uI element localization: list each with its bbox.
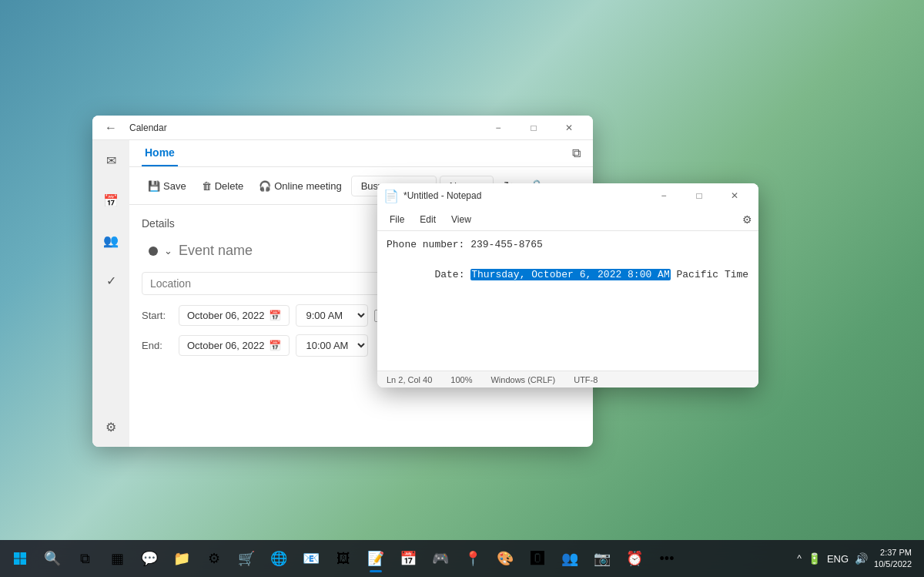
svg-rect-0 [14, 552, 20, 559]
calendar-window-title: Calendar [129, 122, 480, 133]
widgets-icon[interactable]: ▦ [102, 543, 132, 574]
sidebar-item-mail[interactable]: ✉ [97, 146, 125, 174]
notepad-title: *Untitled - Notepad [403, 190, 646, 201]
teams-icon[interactable]: 💬 [134, 543, 165, 574]
notepad-edit-menu[interactable]: Edit [413, 211, 442, 228]
line2-highlighted: Thursday, October 6, 2022 8:00 AM [470, 269, 670, 280]
sidebar-item-calendar[interactable]: 📅 [97, 186, 125, 214]
camera-icon[interactable]: 📷 [587, 543, 618, 574]
notepad-window: 📄 *Untitled - Notepad − □ ✕ File Edit Vi… [377, 183, 758, 387]
maximize-button[interactable]: □ [516, 116, 551, 140]
sidebar-item-settings[interactable]: ⚙ [97, 413, 125, 441]
notepad-menubar: File Edit View ⚙ [377, 208, 758, 231]
taskbar-icons: 🔍 ⧉ ▦ 💬 📁 ⚙ 🛒 🌐 📧 🖼 📝 📅 🎮 📍 🎨 🅾 👥 📷 ⏰ ••… [37, 543, 797, 574]
online-meeting-button[interactable]: 🎧 Online meeting [253, 177, 347, 195]
svg-rect-2 [14, 559, 20, 565]
notepad-line1: Phone number: 239-455-8765 [387, 237, 749, 253]
svg-rect-1 [21, 552, 27, 559]
notepad-content[interactable]: Phone number: 239-455-8765 Date: Thursda… [377, 231, 758, 371]
maps-icon[interactable]: 📍 [457, 543, 488, 574]
tab-actions: ⧉ [572, 146, 581, 166]
notepad-taskbar-icon[interactable]: 📝 [360, 543, 391, 574]
save-button[interactable]: 💾 Save [142, 177, 192, 195]
line2-prefix: Date: [434, 269, 470, 280]
calendar-icon: 📅 [269, 310, 281, 321]
end-label: End: [142, 340, 172, 351]
notepad-window-controls: − □ ✕ [646, 183, 752, 208]
xbox-icon[interactable]: 🎮 [425, 543, 456, 574]
start-button[interactable] [6, 545, 34, 572]
taskbar: 🔍 ⧉ ▦ 💬 📁 ⚙ 🛒 🌐 📧 🖼 📝 📅 🎮 📍 🎨 🅾 👥 📷 ⏰ ••… [0, 540, 924, 577]
tab-home[interactable]: Home [142, 140, 178, 166]
event-dot [149, 247, 158, 256]
taskbar-time-value: 2:37 PM [874, 547, 912, 559]
window-controls: − □ ✕ [480, 116, 587, 140]
delete-icon: 🗑 [202, 180, 212, 192]
save-icon: 💾 [148, 180, 160, 192]
end-date-value: October 06, 2022 [187, 340, 264, 351]
encoding: UTF-8 [574, 375, 598, 384]
taskview-icon[interactable]: ⧉ [69, 543, 100, 574]
line-ending: Windows (CRLF) [490, 375, 555, 384]
taskbar-date-value: 10/5/2022 [874, 559, 912, 570]
svg-rect-3 [21, 559, 27, 565]
taskbar-right: ^ 🔋 ENG 🔊 2:37 PM 10/5/2022 [797, 547, 918, 571]
file-explorer-icon[interactable]: 📁 [166, 543, 197, 574]
edge-icon[interactable]: 🌐 [263, 543, 294, 574]
meeting-icon: 🎧 [259, 180, 271, 192]
delete-button[interactable]: 🗑 Delete [196, 177, 250, 195]
notepad-statusbar: Ln 2, Col 40 100% Windows (CRLF) UTF-8 [377, 371, 758, 387]
taskbar-clock[interactable]: 2:37 PM 10/5/2022 [874, 547, 912, 571]
overflow-icon[interactable]: ^ [797, 553, 802, 564]
people-icon[interactable]: 👥 [554, 543, 585, 574]
desktop: ← Calendar − □ ✕ ✉ 📅 👥 ✓ ⚙ [0, 0, 924, 577]
windows-logo-icon [13, 552, 27, 565]
start-date-value: October 06, 2022 [187, 310, 264, 321]
notepad-close-button[interactable]: ✕ [717, 183, 752, 208]
chevron-icon: ⌄ [164, 245, 172, 257]
volume-icon[interactable]: 🔊 [855, 552, 868, 565]
calendar-tabs: Home ⧉ [129, 140, 593, 167]
office-icon[interactable]: 🅾 [522, 543, 553, 574]
battery-icon: 🔋 [808, 552, 821, 565]
notepad-maximize-button[interactable]: □ [681, 183, 717, 208]
calendar-titlebar: ← Calendar − □ ✕ [92, 116, 593, 140]
calendar-sidebar: ✉ 📅 👥 ✓ ⚙ [92, 140, 129, 447]
sidebar-item-people[interactable]: 👥 [97, 226, 125, 254]
notepad-app-icon: 📄 [383, 189, 399, 203]
calendar-end-icon: 📅 [269, 340, 281, 351]
notepad-menus: File Edit View [383, 211, 477, 228]
paint-icon[interactable]: 🎨 [490, 543, 521, 574]
search-taskbar-icon[interactable]: 🔍 [37, 543, 68, 574]
cursor-position: Ln 2, Col 40 [387, 375, 432, 384]
calendar-taskbar-icon[interactable]: 📅 [393, 543, 424, 574]
settings-taskbar-icon[interactable]: ⚙ [199, 543, 229, 574]
end-date-picker[interactable]: October 06, 2022 📅 [179, 335, 290, 356]
notepad-view-menu[interactable]: View [445, 211, 477, 228]
zoom-level: 100% [450, 375, 472, 384]
open-icon[interactable]: ⧉ [572, 146, 581, 159]
notepad-settings-icon[interactable]: ⚙ [742, 213, 752, 226]
clock-icon[interactable]: ⏰ [619, 543, 650, 574]
notepad-minimize-button[interactable]: − [646, 183, 681, 208]
more-apps-icon[interactable]: ••• [651, 543, 682, 574]
sidebar-item-tasks[interactable]: ✓ [97, 267, 125, 294]
start-date-picker[interactable]: October 06, 2022 📅 [179, 305, 290, 326]
photos-icon[interactable]: 🖼 [328, 543, 359, 574]
start-label: Start: [142, 310, 172, 321]
start-time-select[interactable]: 9:00 AM 8:00 AM 10:00 AM [296, 304, 368, 327]
minimize-button[interactable]: − [480, 116, 516, 140]
language-indicator[interactable]: ENG [827, 553, 849, 565]
microsoft-store-icon[interactable]: 🛒 [231, 543, 262, 574]
notepad-titlebar: 📄 *Untitled - Notepad − □ ✕ [377, 183, 758, 208]
back-button[interactable]: ← [99, 116, 123, 140]
close-button[interactable]: ✕ [551, 116, 587, 140]
end-time-select[interactable]: 10:00 AM 9:00 AM 11:00 AM [296, 334, 368, 357]
notepad-file-menu[interactable]: File [383, 211, 410, 228]
notepad-line2: Date: Thursday, October 6, 2022 8:00 AM … [387, 253, 749, 298]
mail-taskbar-icon[interactable]: 📧 [296, 543, 326, 574]
line2-suffix: Pacific Time [671, 269, 748, 280]
